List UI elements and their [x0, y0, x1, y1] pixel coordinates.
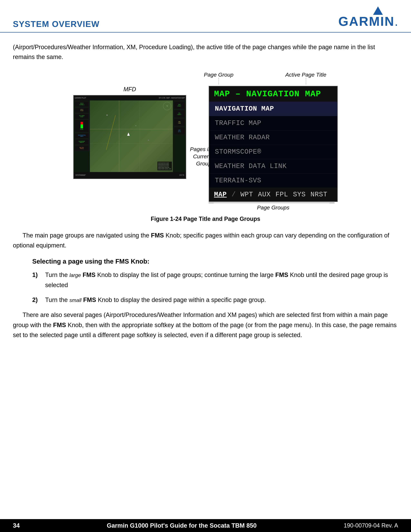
- gauge-7: BLF FPLTRACK: [75, 145, 89, 151]
- gauge-2: 174.774 LB: [75, 107, 89, 113]
- nav-menu-item-weather-radar: WEATHER RADAR: [209, 130, 337, 145]
- gauge-1: 319.2COMM 1: [75, 101, 89, 107]
- page-group-fpl: FPL: [275, 191, 288, 199]
- page-group-sys: SYS: [293, 191, 306, 199]
- page-groups-label: Page Groups: [257, 204, 289, 211]
- footer-title: Garmin G1000 Pilot's Guide for the Socat…: [107, 522, 257, 529]
- intro-paragraph: (Airport/Procedures/Weather Information,…: [13, 42, 398, 62]
- page-group-aux: AUX: [258, 191, 271, 199]
- nav-menu-item-terrain-svs: TERRAIN-SVS: [209, 173, 337, 188]
- page-group-annotation-label: Page Group: [204, 72, 234, 78]
- page-group-wpt: WPT: [241, 191, 253, 199]
- page-group-nrst: NRST: [310, 191, 327, 199]
- list-item-1-text: Turn the large FMS Knob to display the l…: [45, 270, 398, 290]
- body-paragraph-2: There are also several pages (Airport/Pr…: [13, 310, 398, 340]
- figure-container: Page Group Active Page Title MFD: [13, 72, 398, 222]
- gauge-6: ELEVATION5430 FT: [75, 139, 89, 145]
- mfd-right-panel: TAS250KT GS245KT VSI+200 OAT-12°C: [173, 100, 186, 179]
- large-italic: large: [69, 272, 81, 278]
- figure-caption: Figure 1-24 Page Title and Page Groups: [151, 216, 260, 222]
- garmin-logo-text: GARMIN: [338, 14, 394, 29]
- mfd-top-bar: GARMIN PILOT 874 ETE MAP - NAVIGATION MA…: [74, 95, 186, 100]
- map-road-h: [90, 129, 173, 129]
- nav-page-groups-bar: MAP/ WPT AUX FPL SYS NRST: [209, 188, 337, 201]
- body-paragraph-1: The main page groups are navigated using…: [13, 230, 398, 250]
- fms-bold-4: FMS: [83, 296, 96, 303]
- section-title: SYSTEM OVERVIEW: [13, 19, 100, 29]
- subsection-title: Selecting a page using the FMS Knob:: [32, 258, 398, 265]
- mfd-display: GARMIN PILOT 874 ETE MAP - NAVIGATION MA…: [73, 95, 186, 179]
- mfd-label: MFD: [123, 86, 136, 93]
- mfd-bottom-bar: SYSTEM MAP CO 70: [74, 172, 186, 179]
- rp-gauge-4: OAT-12°C: [174, 127, 185, 135]
- fms-bold-3: FMS: [275, 272, 288, 278]
- fms-bold-1: FMS: [151, 232, 164, 239]
- page-footer: 34 Garmin G1000 Pilot's Guide for the So…: [0, 519, 411, 532]
- nav-title-text: MAP – NAVIGATION MAP: [214, 89, 321, 99]
- rp-gauge-2: GS245KT: [174, 110, 185, 118]
- footer-page-number: 34: [13, 522, 20, 529]
- page-header: SYSTEM OVERVIEW GARMIN.: [0, 0, 411, 33]
- nav-menu-item-traffic-map: TRAFFIC MAP: [209, 116, 337, 130]
- list-item-2: 2) Turn the small FMS Knob to display th…: [32, 295, 398, 305]
- main-content: (Airport/Procedures/Weather Information,…: [0, 33, 411, 357]
- list-number-1: 1): [32, 270, 40, 290]
- pages-in-group-label: Pages inCurrentGroup: [190, 146, 211, 167]
- map-road-v1: [119, 100, 119, 172]
- rp-gauge-1: TAS250KT: [174, 101, 185, 109]
- map-road-v2: [140, 100, 140, 172]
- page-group-map: MAP: [214, 191, 227, 199]
- nav-display-panel: MAP – NAVIGATION MAP NAVIGATION MAP TRAF…: [209, 86, 338, 202]
- page-groups-bracket: [209, 203, 338, 203]
- list-item-2-text: Turn the small FMS Knob to display the d…: [45, 295, 266, 305]
- nav-title-bar: MAP – NAVIGATION MAP: [209, 86, 337, 102]
- nav-menu-item-stormscope: STORMSCOPE®: [209, 145, 337, 159]
- gauge-3: ALT 1800029.92: [75, 114, 89, 119]
- airplane-icon: [127, 133, 130, 136]
- nav-menu: NAVIGATION MAP TRAFFIC MAP WEATHER RADAR…: [209, 102, 337, 188]
- figure-wrapper: MFD GARMIN PILOT 874 ETE MAP - NAVIGATIO…: [13, 86, 398, 211]
- garmin-logo-dot: .: [394, 14, 398, 29]
- list-number-2: 2): [32, 295, 40, 305]
- small-italic: small: [69, 297, 82, 303]
- mfd-section: MFD GARMIN PILOT 874 ETE MAP - NAVIGATIO…: [73, 86, 186, 211]
- fms-bold-5: FMS: [53, 322, 66, 328]
- nav-menu-item-navigation-map: NAVIGATION MAP: [209, 102, 337, 116]
- page-groups-bracket-label-area: Page Groups: [209, 204, 338, 211]
- gauge-5: DESTINATIONKBDU: [75, 133, 89, 139]
- map-road-h2: [90, 143, 173, 143]
- garmin-logo: GARMIN.: [338, 6, 398, 29]
- fms-bold-2: FMS: [83, 272, 95, 278]
- mfd-map-area: NAVIGATION MAP NAVIGATION MAP NAVIGATION…: [90, 100, 173, 172]
- rp-gauge-3: VSI+200: [174, 118, 185, 126]
- garmin-triangle-icon: [373, 6, 383, 15]
- gauge-4: FUEL: [75, 120, 89, 133]
- footer-doc-number: 190-00709-04 Rev. A: [344, 522, 398, 529]
- active-page-title-annotation-label: Active Page Title: [285, 72, 326, 78]
- nav-menu-item-weather-data-link: WEATHER DATA LINK: [209, 159, 337, 173]
- list-item-1: 1) Turn the large FMS Knob to display th…: [32, 270, 398, 290]
- nav-panel-section: MAP – NAVIGATION MAP NAVIGATION MAP TRAF…: [209, 86, 338, 211]
- mfd-left-panel: 319.2COMM 1 174.774 LB ALT 1800029.92 FU…: [74, 100, 90, 179]
